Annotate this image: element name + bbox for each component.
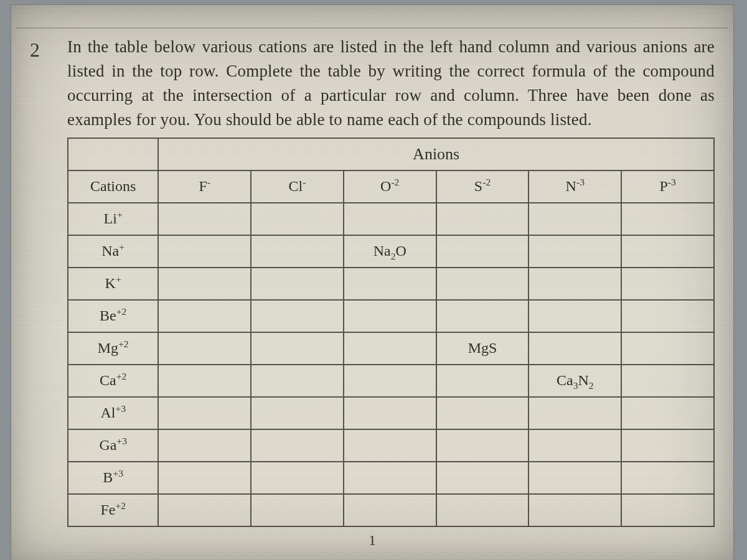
compound-cell[interactable] bbox=[529, 268, 621, 300]
compound-cell[interactable] bbox=[621, 494, 714, 526]
cation-header: Ga+3 bbox=[68, 429, 158, 462]
table-row: Ca+2Ca3N2 bbox=[68, 365, 714, 397]
compound-cell[interactable] bbox=[251, 462, 344, 494]
compound-cell[interactable] bbox=[529, 494, 621, 526]
cation-header: Al+3 bbox=[68, 397, 158, 429]
anion-header: Cl- bbox=[251, 170, 344, 203]
compound-cell[interactable] bbox=[158, 203, 251, 235]
page: 2 In the table below various cations are… bbox=[11, 5, 733, 560]
compound-cell[interactable] bbox=[529, 300, 621, 332]
corner-blank bbox=[68, 138, 158, 170]
cation-header: Ca+2 bbox=[68, 365, 158, 397]
compound-cell[interactable] bbox=[436, 268, 529, 300]
compound-cell[interactable]: Na2O bbox=[344, 235, 436, 268]
compound-cell[interactable] bbox=[344, 300, 436, 332]
compound-cell[interactable] bbox=[529, 397, 621, 429]
anion-header: O-2 bbox=[344, 170, 436, 203]
compound-cell[interactable] bbox=[251, 397, 344, 429]
compound-cell[interactable] bbox=[621, 203, 714, 235]
compound-cell[interactable] bbox=[344, 268, 436, 300]
compound-cell[interactable] bbox=[529, 462, 621, 494]
compound-cell[interactable] bbox=[436, 462, 529, 494]
compound-cell[interactable] bbox=[344, 429, 436, 462]
compound-cell[interactable] bbox=[158, 365, 251, 397]
compound-cell[interactable] bbox=[344, 462, 436, 494]
anion-header-row: Cations F-Cl-O-2S-2N-3P-3 bbox=[68, 170, 714, 203]
table-row: Al+3 bbox=[68, 397, 714, 429]
compound-cell[interactable]: MgS bbox=[436, 332, 529, 365]
compound-cell[interactable] bbox=[158, 300, 251, 332]
anions-title: Anions bbox=[158, 138, 714, 170]
anion-header: P-3 bbox=[621, 170, 714, 203]
compound-cell[interactable] bbox=[344, 397, 436, 429]
compound-cell[interactable] bbox=[251, 203, 344, 235]
compound-cell[interactable] bbox=[251, 494, 344, 526]
compound-cell[interactable] bbox=[436, 235, 529, 268]
compound-cell[interactable] bbox=[344, 494, 436, 526]
compound-cell[interactable]: Ca3N2 bbox=[529, 365, 621, 397]
anions-title-row: Anions bbox=[68, 138, 714, 170]
compound-formula: MgS bbox=[468, 340, 497, 356]
anion-label: P-3 bbox=[659, 178, 675, 194]
compound-cell[interactable] bbox=[344, 203, 436, 235]
compound-cell[interactable] bbox=[529, 235, 621, 268]
anion-label: Cl- bbox=[289, 178, 306, 194]
anion-label: S-2 bbox=[474, 178, 491, 194]
compound-cell[interactable] bbox=[436, 494, 529, 526]
content-area: 2 In the table below various cations are… bbox=[11, 29, 733, 527]
compound-cell[interactable] bbox=[344, 365, 436, 397]
compound-cell[interactable] bbox=[344, 332, 436, 365]
cation-label: Ga+3 bbox=[99, 437, 127, 453]
compound-cell[interactable] bbox=[621, 235, 714, 268]
page-number: 1 bbox=[11, 532, 733, 549]
cation-label: Fe+2 bbox=[100, 502, 126, 518]
compound-cell[interactable] bbox=[529, 429, 621, 462]
cation-label: Mg+2 bbox=[98, 340, 129, 356]
anion-label: F- bbox=[199, 178, 210, 194]
anion-label: O-2 bbox=[380, 178, 399, 194]
cations-title: Cations bbox=[68, 170, 158, 203]
compound-cell[interactable] bbox=[158, 268, 251, 300]
compound-cell[interactable] bbox=[158, 462, 251, 494]
compound-cell[interactable] bbox=[621, 332, 714, 365]
cation-header: Mg+2 bbox=[68, 332, 158, 365]
compound-cell[interactable] bbox=[529, 332, 621, 365]
compound-cell[interactable] bbox=[158, 494, 251, 526]
compound-cell[interactable] bbox=[251, 429, 344, 462]
compound-cell[interactable] bbox=[621, 429, 714, 462]
compound-cell[interactable] bbox=[436, 397, 529, 429]
cation-label: Na+ bbox=[101, 243, 125, 259]
table-row: Be+2 bbox=[68, 300, 714, 332]
compound-cell[interactable] bbox=[436, 429, 529, 462]
compound-cell[interactable] bbox=[436, 365, 529, 397]
table-row: B+3 bbox=[68, 462, 714, 494]
cation-label: Be+2 bbox=[100, 307, 126, 324]
cation-label: K+ bbox=[105, 275, 121, 291]
compound-cell[interactable] bbox=[436, 300, 529, 332]
compound-cell[interactable] bbox=[621, 462, 714, 494]
cation-header: K+ bbox=[68, 268, 158, 300]
table-row: Na+Na2O bbox=[68, 235, 714, 268]
compound-cell[interactable] bbox=[621, 300, 714, 332]
compound-cell[interactable] bbox=[251, 235, 344, 268]
top-rule bbox=[16, 5, 728, 29]
compound-cell[interactable] bbox=[251, 300, 344, 332]
compound-cell[interactable] bbox=[158, 429, 251, 462]
cation-label: Ca+2 bbox=[100, 372, 126, 388]
compound-cell[interactable] bbox=[158, 397, 251, 429]
compound-cell[interactable] bbox=[436, 203, 529, 235]
compound-cell[interactable] bbox=[251, 332, 344, 365]
compound-cell[interactable] bbox=[621, 268, 714, 300]
compound-cell[interactable] bbox=[621, 365, 714, 397]
compound-cell[interactable] bbox=[251, 365, 344, 397]
compound-cell[interactable] bbox=[251, 268, 344, 300]
table-row: Fe+2 bbox=[68, 494, 714, 526]
compound-cell[interactable] bbox=[529, 203, 621, 235]
compound-cell[interactable] bbox=[158, 235, 251, 268]
cation-header: Li+ bbox=[68, 203, 158, 235]
compound-cell[interactable] bbox=[621, 397, 714, 429]
prompt-text: In the table below various cations are l… bbox=[67, 35, 715, 133]
table-row: Mg+2MgS bbox=[68, 332, 714, 365]
compound-cell[interactable] bbox=[158, 332, 251, 365]
ion-table-body: Li+Na+Na2OK+Be+2Mg+2MgSCa+2Ca3N2Al+3Ga+3… bbox=[68, 203, 714, 526]
